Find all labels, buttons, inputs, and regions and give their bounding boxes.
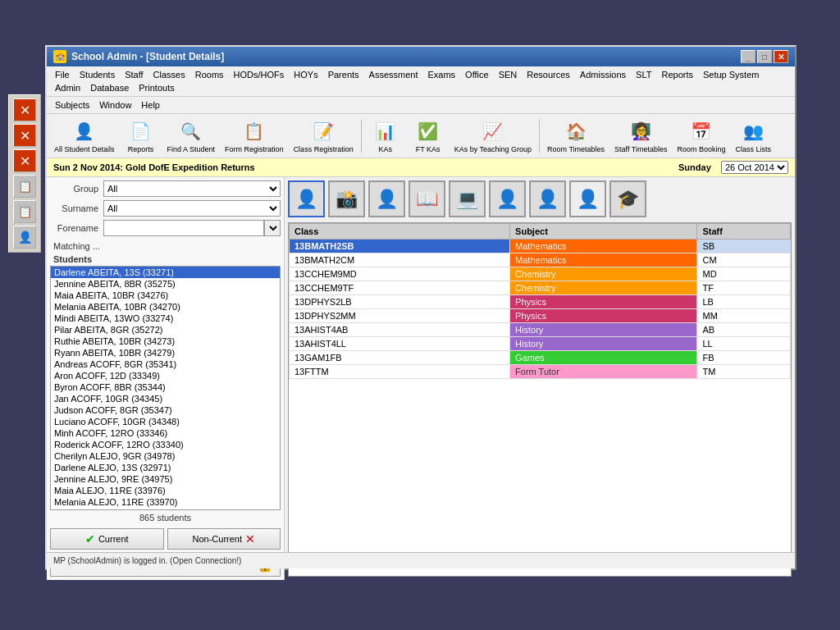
close-button[interactable]: ✕	[774, 50, 788, 63]
subject-cell: Physics	[510, 295, 697, 309]
staff-tt-label: Staff Timetables	[614, 145, 667, 153]
list-item[interactable]: Minh ACOFF, 12RO (33346)	[51, 427, 280, 439]
sidebar-btn-3[interactable]: ✕	[13, 149, 36, 172]
menu-rooms[interactable]: Rooms	[190, 68, 229, 81]
table-row[interactable]: 13AHIST4AB History AB	[290, 323, 791, 337]
room-booking-button[interactable]: 📅 Room Booking	[673, 116, 729, 156]
menu-database[interactable]: Database	[85, 81, 134, 94]
table-row[interactable]: 13CCHEM9MD Chemistry MD	[290, 267, 791, 281]
list-item[interactable]: Melania ABEITA, 10BR (34270)	[51, 301, 280, 313]
table-row[interactable]: 13GAM1FB Games FB	[290, 351, 791, 365]
menu-printouts[interactable]: Printouts	[134, 81, 179, 94]
sidebar-btn-2[interactable]: ✕	[13, 124, 36, 147]
table-row[interactable]: 13FTTM Form Tutor TM	[290, 365, 791, 379]
menu-office[interactable]: Office	[460, 68, 494, 81]
group-select[interactable]: All	[103, 180, 281, 197]
list-item[interactable]: Jennine ABEITA, 8BR (35275)	[51, 278, 280, 290]
date-select[interactable]: 26 Oct 2014	[721, 161, 788, 174]
list-item[interactable]: Mindi ABEITA, 13WO (33274)	[51, 313, 280, 324]
menu-parents[interactable]: Parents	[323, 68, 364, 81]
menu-setup[interactable]: Setup System	[698, 68, 764, 81]
list-item[interactable]: Cherilyn ALEJO, 9GR (34978)	[51, 450, 280, 462]
col-staff: Staff	[697, 224, 791, 240]
maximize-button[interactable]: □	[757, 50, 772, 63]
photo-thumb-3[interactable]: 👤	[368, 180, 405, 217]
list-item[interactable]: Aron ACOFF, 12D (33349)	[51, 370, 280, 381]
menu-assessment[interactable]: Assessment	[364, 68, 423, 81]
list-item[interactable]: Ruthie ABEITA, 10BR (34273)	[51, 336, 280, 347]
sidebar-btn-6[interactable]: 👤	[13, 226, 36, 249]
surname-select[interactable]: All	[103, 200, 281, 217]
menu-classes[interactable]: Classes	[148, 68, 190, 81]
list-item[interactable]: Darlene ABEITA, 13S (33271)	[51, 267, 280, 278]
list-item[interactable]: Darlene ALEJO, 13S (32971)	[51, 462, 280, 473]
list-item[interactable]: Pilar ABEITA, 8GR (35272)	[51, 324, 280, 336]
reports-button[interactable]: 📄 Reports	[121, 116, 162, 156]
staff-cell: MM	[697, 309, 791, 323]
menu-staff[interactable]: Staff	[120, 68, 148, 81]
menu-resources[interactable]: Resources	[522, 68, 575, 81]
menu-subjects[interactable]: Subjects	[50, 98, 94, 112]
room-tt-label: Room Timetables	[547, 145, 605, 153]
photo-thumb-7[interactable]: 👤	[529, 180, 566, 217]
left-panel: Group All Surname All Forename	[47, 177, 285, 580]
staff-cell: SB	[697, 240, 791, 253]
forename-dropdown[interactable]	[264, 220, 281, 236]
non-current-button[interactable]: Non-Current ✕	[167, 528, 281, 550]
sidebar-btn-1[interactable]: ✕	[13, 98, 36, 121]
table-row[interactable]: 13BMATH2SB Mathematics SB	[290, 240, 791, 253]
list-item[interactable]: Melania ALEJO, 11RE (33970)	[51, 496, 280, 508]
photo-thumb-8[interactable]: 👤	[569, 180, 606, 217]
photo-thumb-5[interactable]: 💻	[449, 180, 486, 217]
class-registration-button[interactable]: 📝 Class Registration	[290, 116, 358, 156]
list-item[interactable]: Andreas ACOFF, 8GR (35341)	[51, 358, 280, 370]
staff-timetables-button[interactable]: 👩‍🏫 Staff Timetables	[610, 116, 671, 156]
table-row[interactable]: 13CCHEM9TF Chemistry TF	[290, 281, 791, 295]
table-row[interactable]: 13AHIST4LL History LL	[290, 337, 791, 351]
kas-teaching-button[interactable]: 📈 KAs by Teaching Group	[450, 116, 536, 156]
list-item[interactable]: Maia ALEJO, 11RE (33976)	[51, 485, 280, 496]
menu-slt[interactable]: SLT	[631, 68, 656, 81]
list-item[interactable]: Ryann ABEITA, 10BR (34279)	[51, 347, 280, 358]
menu-admin[interactable]: Admin	[50, 81, 85, 94]
menu-window[interactable]: Window	[94, 98, 136, 112]
menu-exams[interactable]: Exams	[422, 68, 460, 81]
photo-thumb-2[interactable]: 📸	[328, 180, 365, 217]
list-item[interactable]: Jan ACOFF, 10GR (34345)	[51, 393, 280, 404]
kas-button[interactable]: 📊 KAs	[365, 116, 406, 156]
menu-help[interactable]: Help	[136, 98, 165, 112]
menu-hods[interactable]: HODs/HOFs	[229, 68, 290, 81]
table-row[interactable]: 13BMATH2CM Mathematics CM	[290, 253, 791, 267]
photo-thumb-9[interactable]: 🎓	[609, 180, 646, 217]
student-list[interactable]: Darlene ABEITA, 13S (33271) Jennine ABEI…	[50, 266, 281, 510]
minimize-button[interactable]: _	[741, 50, 756, 63]
menu-students[interactable]: Students	[75, 68, 120, 81]
list-item[interactable]: Maia ABEITA, 10BR (34276)	[51, 290, 280, 301]
sidebar-btn-5[interactable]: 📋	[13, 200, 36, 223]
photo-thumb-1[interactable]: 👤	[288, 180, 325, 217]
menu-hoys[interactable]: HOYs	[289, 68, 322, 81]
staff-tt-icon: 👩‍🏫	[628, 118, 654, 144]
class-lists-button[interactable]: 👥 Class Lists	[732, 116, 776, 156]
menu-file[interactable]: File	[50, 68, 75, 81]
list-item[interactable]: Judson ACOFF, 8GR (35347)	[51, 404, 280, 416]
form-registration-button[interactable]: 📋 Form Registration	[221, 116, 288, 156]
forename-input[interactable]	[103, 220, 264, 236]
current-button[interactable]: ✔ Current	[50, 528, 164, 550]
all-student-details-button[interactable]: 👤 All Student Details	[50, 116, 119, 156]
room-timetables-button[interactable]: 🏠 Room Timetables	[543, 116, 609, 156]
table-row[interactable]: 13DPHYS2MM Physics MM	[290, 309, 791, 323]
list-item[interactable]: Byron ACOFF, 8BR (35344)	[51, 381, 280, 393]
sidebar-btn-4[interactable]: 📋	[13, 175, 36, 198]
menu-admissions[interactable]: Admissions	[575, 68, 631, 81]
menu-reports[interactable]: Reports	[656, 68, 698, 81]
list-item[interactable]: Jennine ALEJO, 9RE (34975)	[51, 473, 280, 485]
list-item[interactable]: Roderick ACOFF, 12RO (33340)	[51, 439, 280, 450]
photo-thumb-6[interactable]: 👤	[489, 180, 526, 217]
find-student-button[interactable]: 🔍 Find A Student	[163, 116, 220, 156]
menu-sen[interactable]: SEN	[494, 68, 523, 81]
photo-thumb-4[interactable]: 📖	[409, 180, 445, 217]
ft-kas-button[interactable]: ✅ FT KAs	[408, 116, 449, 156]
list-item[interactable]: Luciano ACOFF, 10GR (34348)	[51, 416, 280, 427]
table-row[interactable]: 13DPHYS2LB Physics LB	[290, 295, 791, 309]
